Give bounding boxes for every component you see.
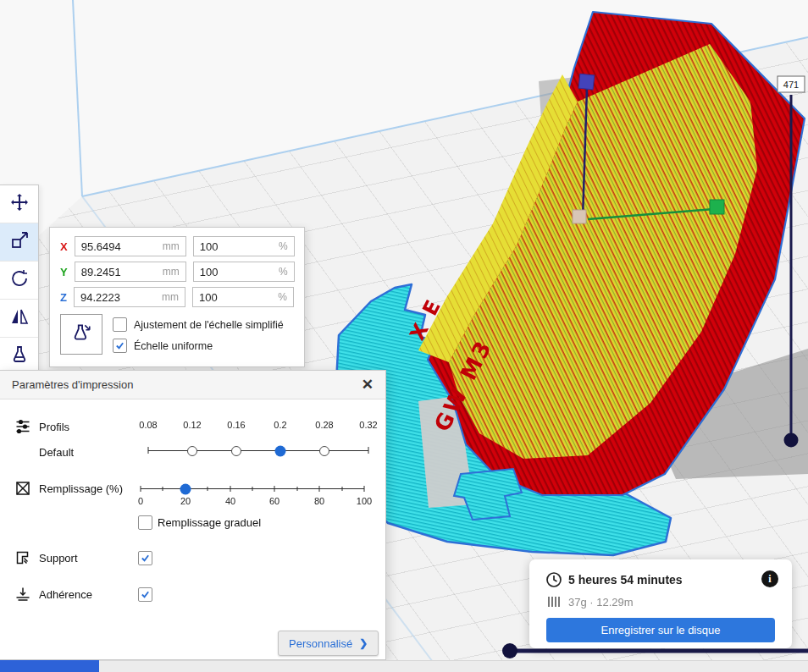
x-percent-input[interactable]: [200, 240, 274, 253]
support-icon: [15, 550, 31, 566]
per-model-settings-icon: [9, 344, 30, 368]
custom-settings-label: Personnalisé: [289, 637, 352, 650]
z-scale-handle[interactable]: [578, 74, 595, 90]
info-icon[interactable]: i: [761, 570, 778, 587]
infill-tick-40: 40: [225, 496, 235, 506]
profile-value-032: 0.32: [359, 420, 377, 430]
x-percent-field[interactable]: %: [193, 236, 295, 256]
scale-icon: [9, 230, 30, 254]
tool-rotate[interactable]: [0, 262, 38, 300]
x-size-field[interactable]: mm: [75, 236, 186, 256]
y-axis-label: Y: [60, 266, 68, 278]
layer-height-slider-track[interactable]: [148, 450, 368, 451]
check-icon: [115, 341, 125, 350]
y-size-input[interactable]: [81, 266, 158, 278]
print-settings-panel: Paramètres d'impression ✕ Profils 0.08 0…: [0, 370, 386, 660]
y-percent-input[interactable]: [200, 266, 274, 278]
x-axis-label: X: [60, 240, 68, 253]
material-usage: 37g · 12.29m: [568, 596, 634, 609]
z-size-unit: mm: [162, 291, 179, 303]
infill-tick-0: 0: [138, 496, 143, 506]
y-percent-field[interactable]: %: [193, 262, 295, 282]
bottom-accent-bar[interactable]: [0, 660, 99, 672]
infill-tick-20: 20: [180, 496, 191, 506]
print-time: 5 heures 54 minutes: [568, 573, 683, 587]
print-settings-title: Paramètres d'impression: [12, 378, 133, 391]
height-ruler-handle[interactable]: [784, 433, 799, 448]
layer-height-handle[interactable]: [275, 445, 286, 456]
infill-label: Remplissage (%): [39, 482, 123, 495]
rotate-icon: [9, 268, 30, 292]
tool-mirror[interactable]: [0, 300, 38, 338]
width-ruler-handle[interactable]: [502, 643, 517, 658]
slider-tick: [319, 486, 320, 492]
gradual-infill-label: Remplissage graduel: [158, 516, 261, 529]
adhesion-checkbox[interactable]: [138, 587, 152, 602]
support-label: Support: [39, 552, 78, 565]
slider-tick: [364, 486, 365, 492]
z-percent-input[interactable]: [199, 291, 273, 304]
slider-tick: [342, 487, 343, 491]
slider-tick: [141, 486, 141, 492]
gradual-infill-checkbox[interactable]: [138, 515, 152, 530]
close-icon[interactable]: ✕: [362, 377, 374, 392]
scale-reset-button[interactable]: [60, 314, 102, 355]
slider-tick: [230, 486, 231, 492]
profile-value-028: 0.28: [315, 420, 333, 430]
profile-name-label: Default: [39, 446, 74, 459]
slider-tick: [368, 447, 369, 454]
profile-value-016: 0.16: [227, 420, 245, 430]
tool-sidebar: [0, 185, 39, 376]
z-percent-field[interactable]: %: [192, 287, 294, 307]
simplified-scaling-checkbox[interactable]: [113, 317, 127, 332]
check-icon: [141, 590, 150, 599]
uniform-scaling-checkbox[interactable]: [113, 339, 127, 353]
layer-height-stop-028[interactable]: [319, 446, 329, 456]
tool-scale[interactable]: [0, 223, 38, 262]
infill-tick-60: 60: [269, 496, 279, 506]
bottom-strip: [0, 660, 808, 672]
z-size-input[interactable]: [80, 291, 157, 304]
y-percent-unit: %: [279, 266, 288, 278]
move-icon: [9, 192, 30, 216]
uniform-scaling-label: Échelle uniforme: [134, 340, 213, 352]
y-size-field[interactable]: mm: [75, 262, 186, 282]
z-percent-unit: %: [278, 291, 287, 303]
profile-value-02: 0.2: [274, 420, 286, 430]
tool-move[interactable]: [0, 185, 38, 223]
cura-viewport: GW M3 X E 471: [0, 0, 808, 672]
center-handle[interactable]: [573, 210, 586, 223]
print-settings-header: Paramètres d'impression ✕: [0, 371, 385, 399]
infill-tick-100: 100: [357, 496, 372, 506]
z-axis-label: Z: [60, 291, 67, 304]
x-percent-unit: %: [279, 240, 288, 252]
y-scale-handle[interactable]: [710, 200, 724, 214]
infill-icon: [15, 481, 31, 497]
simplified-scaling-label: Ajustement de l'échelle simplifié: [134, 319, 284, 331]
adhesion-icon: [15, 587, 31, 603]
profiles-icon: [15, 419, 31, 435]
slider-tick: [274, 486, 275, 492]
slider-tick: [297, 487, 298, 491]
infill-slider-handle[interactable]: [180, 483, 191, 494]
profiles-label: Profils: [39, 421, 69, 433]
profile-value-012: 0.12: [183, 420, 201, 430]
save-to-disk-button[interactable]: Enregistrer sur le disque: [546, 618, 775, 642]
check-icon: [141, 554, 150, 563]
z-size-field[interactable]: mm: [74, 287, 185, 307]
profile-value-008: 0.08: [139, 420, 157, 430]
height-label: 471: [783, 80, 799, 90]
layer-height-stop-012[interactable]: [187, 446, 197, 456]
slider-tick: [148, 447, 149, 454]
adhesion-label: Adhérence: [39, 588, 92, 601]
support-checkbox[interactable]: [138, 551, 152, 565]
layer-height-stop-016[interactable]: [231, 446, 241, 456]
x-size-input[interactable]: [81, 240, 158, 253]
scale-tool-panel: X mm % Y mm % Z mm: [49, 227, 305, 367]
mirror-icon: [9, 306, 30, 330]
clock-icon: [545, 571, 562, 592]
y-size-unit: mm: [163, 266, 180, 278]
x-size-unit: mm: [163, 240, 180, 252]
slider-tick: [208, 487, 208, 491]
custom-settings-button[interactable]: Personnalisé ❯: [278, 631, 379, 656]
